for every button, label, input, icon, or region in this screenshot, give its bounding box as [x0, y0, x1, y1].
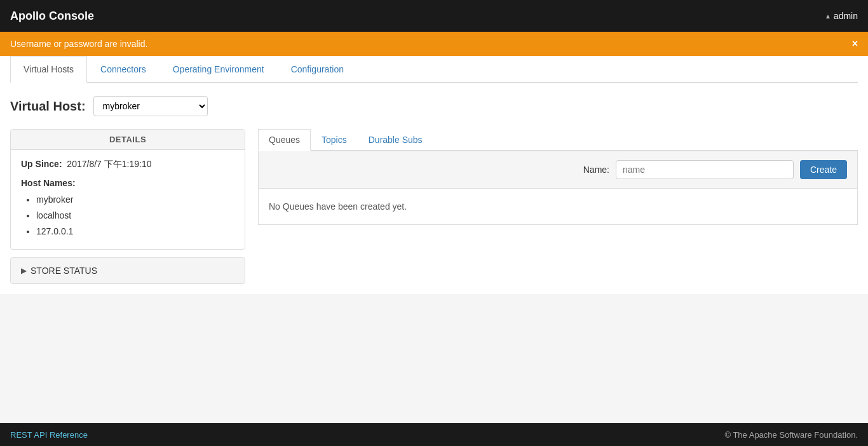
host-list: mybroker localhost 127.0.0.1	[21, 192, 234, 240]
tab-operating-environment[interactable]: Operating Environment	[159, 56, 278, 82]
left-panel: DETAILS Up Since: 2017/8/7 下午1:19:10 Hos…	[10, 129, 245, 284]
virtual-host-select[interactable]: mybroker	[93, 96, 208, 116]
alert-message: Username or password are invalid.	[10, 39, 147, 49]
details-panel: DETAILS Up Since: 2017/8/7 下午1:19:10 Hos…	[10, 129, 245, 250]
store-status-arrow: ▶	[21, 266, 27, 275]
right-tabs: Queues Topics Durable Subs	[258, 129, 858, 151]
up-since-value: 2017/8/7 下午1:19:10	[67, 159, 151, 169]
user-menu[interactable]: admin	[825, 11, 858, 21]
alert-close-button[interactable]: ×	[852, 38, 858, 50]
main-content: Virtual Hosts Connectors Operating Envir…	[0, 56, 868, 294]
details-body: Up Since: 2017/8/7 下午1:19:10 Host Names:…	[11, 150, 245, 249]
host-names-label: Host Names:	[21, 178, 234, 188]
tab-configuration[interactable]: Configuration	[278, 56, 357, 82]
store-status-label: STORE STATUS	[31, 266, 97, 276]
app-title: Apollo Console	[10, 10, 94, 23]
host-item: 127.0.0.1	[36, 224, 234, 240]
top-bar: Apollo Console admin	[0, 0, 868, 32]
no-queues-message: No Queues have been created yet.	[259, 189, 857, 224]
virtual-host-row: Virtual Host: mybroker	[10, 96, 858, 116]
right-panel: Queues Topics Durable Subs Name: Create …	[258, 129, 858, 225]
alert-banner: Username or password are invalid. ×	[0, 32, 868, 56]
queue-name-input[interactable]	[616, 160, 794, 179]
host-item: localhost	[36, 208, 234, 224]
create-button[interactable]: Create	[800, 160, 847, 179]
tab-topics[interactable]: Topics	[311, 129, 358, 150]
right-panel-content: Name: Create No Queues have been created…	[258, 151, 858, 225]
tab-connectors[interactable]: Connectors	[87, 56, 159, 82]
store-status-box[interactable]: ▶ STORE STATUS	[10, 257, 245, 284]
tab-virtual-hosts[interactable]: Virtual Hosts	[10, 56, 87, 83]
create-label: Name:	[583, 165, 609, 175]
details-header: DETAILS	[11, 130, 245, 150]
two-col-layout: DETAILS Up Since: 2017/8/7 下午1:19:10 Hos…	[10, 129, 858, 284]
tab-queues[interactable]: Queues	[258, 129, 311, 151]
up-since-label: Up Since:	[21, 159, 62, 169]
virtual-host-label: Virtual Host:	[10, 99, 86, 114]
main-tabs: Virtual Hosts Connectors Operating Envir…	[10, 56, 858, 83]
tab-durable-subs[interactable]: Durable Subs	[358, 129, 433, 150]
up-since: Up Since: 2017/8/7 下午1:19:10	[21, 159, 234, 170]
host-item: mybroker	[36, 192, 234, 208]
create-row: Name: Create	[259, 151, 857, 189]
